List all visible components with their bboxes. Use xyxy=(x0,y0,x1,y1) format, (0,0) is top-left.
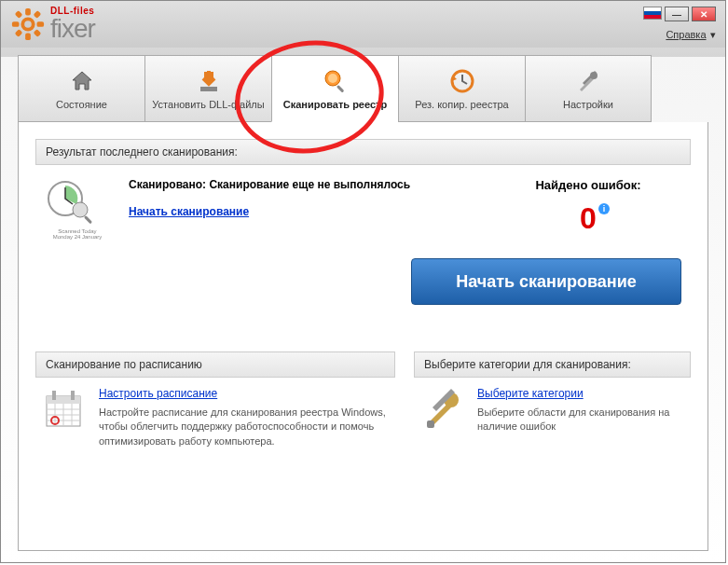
svg-rect-5 xyxy=(15,10,23,19)
tab-install-dll[interactable]: Установить DLL-файлы xyxy=(144,55,271,122)
svg-rect-21 xyxy=(52,391,56,400)
logo-text: DLL-files fixer xyxy=(50,7,95,42)
home-icon xyxy=(68,67,96,95)
tab-settings[interactable]: Настройки xyxy=(525,55,652,122)
schedule-link[interactable]: Настроить расписание xyxy=(99,387,390,400)
svg-rect-20 xyxy=(47,396,80,404)
svg-rect-4 xyxy=(37,21,45,27)
categories-link[interactable]: Выберите категории xyxy=(477,387,685,400)
categories-panel: Выберите категории для сканирования: Выб… xyxy=(414,351,691,448)
download-icon xyxy=(195,67,223,95)
result-header: Результат последнего сканирования: xyxy=(35,139,691,165)
dropdown-icon: ▾ xyxy=(710,29,716,40)
calendar-icon xyxy=(41,387,88,448)
bottom-row: Сканирование по расписанию Нас xyxy=(35,351,691,448)
tab-label: Установить DLL-файлы xyxy=(152,99,264,110)
help-link[interactable]: Справка ▾ xyxy=(666,25,716,42)
button-row: Начать сканирование xyxy=(35,258,691,333)
titlebar: DLL-files fixer — ✕ Справка ▾ xyxy=(1,1,725,48)
start-scan-button[interactable]: Начать сканирование xyxy=(411,258,681,305)
svg-rect-3 xyxy=(12,21,20,27)
schedule-panel: Сканирование по расписанию Нас xyxy=(35,351,395,448)
scanned-line: Сканировано: Сканирование еще не выполня… xyxy=(129,178,476,191)
restore-icon xyxy=(448,67,476,95)
svg-rect-10 xyxy=(200,87,217,91)
schedule-text: Настроить расписание Настройте расписани… xyxy=(99,387,390,448)
gear-icon xyxy=(10,7,46,42)
categories-content: Выберите категории Выберите области для … xyxy=(414,387,691,435)
logo-name: fixer xyxy=(50,16,95,42)
svg-rect-18 xyxy=(84,215,92,224)
magnifier-icon xyxy=(322,67,350,95)
scan-result-row: Scanned Today Monday 24 January Сканиров… xyxy=(35,178,691,258)
close-button[interactable]: ✕ xyxy=(692,7,716,21)
tab-label: Настройки xyxy=(563,99,613,110)
schedule-desc: Настройте расписание для сканирования ре… xyxy=(99,406,390,448)
flag-icon[interactable] xyxy=(643,7,662,20)
svg-rect-13 xyxy=(336,85,343,92)
errors-count: 0 i xyxy=(580,201,597,236)
schedule-content: Настроить расписание Настройте расписани… xyxy=(35,387,395,448)
svg-rect-8 xyxy=(15,29,23,37)
wrench-icon xyxy=(419,387,466,435)
content-area: Результат последнего сканирования: Scann… xyxy=(18,122,708,551)
tab-bar: Состояние Установить DLL-файлы Сканирова… xyxy=(1,48,725,122)
info-icon[interactable]: i xyxy=(598,203,610,214)
svg-point-17 xyxy=(73,202,88,217)
svg-rect-22 xyxy=(71,391,75,400)
scan-info: Сканировано: Сканирование еще не выполня… xyxy=(129,178,476,240)
svg-rect-1 xyxy=(25,8,31,16)
scan-clock-icon: Scanned Today Monday 24 January xyxy=(45,178,110,240)
tab-label: Состояние xyxy=(56,99,107,110)
svg-rect-6 xyxy=(34,29,42,37)
tools-icon xyxy=(574,67,602,95)
svg-point-9 xyxy=(24,21,32,28)
window-buttons: — ✕ xyxy=(643,7,716,21)
svg-rect-7 xyxy=(34,10,42,19)
tab-backup[interactable]: Рез. копир. реестра xyxy=(398,55,525,122)
categories-header: Выберите категории для сканирования: xyxy=(414,351,691,378)
categories-text: Выберите категории Выберите области для … xyxy=(477,387,685,435)
titlebar-right: — ✕ Справка ▾ xyxy=(643,7,716,42)
svg-rect-31 xyxy=(427,420,434,428)
svg-point-12 xyxy=(328,74,337,83)
minimize-button[interactable]: — xyxy=(665,7,689,21)
tab-label: Рез. копир. реестра xyxy=(415,99,508,110)
errors-found: Найдено ошибок: 0 i xyxy=(495,178,681,240)
tab-status[interactable]: Состояние xyxy=(18,55,144,122)
start-scan-link[interactable]: Начать сканирование xyxy=(129,205,249,218)
categories-desc: Выберите области для сканирования на нал… xyxy=(477,406,685,434)
tab-label: Сканировать реестр xyxy=(283,99,387,110)
logo: DLL-files fixer xyxy=(10,7,95,42)
main-window: DLL-files fixer — ✕ Справка ▾ Состояние xyxy=(0,0,726,563)
icon-caption-2: Monday 24 January xyxy=(45,234,110,240)
schedule-header: Сканирование по расписанию xyxy=(35,351,395,378)
tab-scan-registry[interactable]: Сканировать реестр xyxy=(271,55,398,122)
svg-rect-2 xyxy=(25,34,31,41)
errors-label: Найдено ошибок: xyxy=(495,178,681,192)
